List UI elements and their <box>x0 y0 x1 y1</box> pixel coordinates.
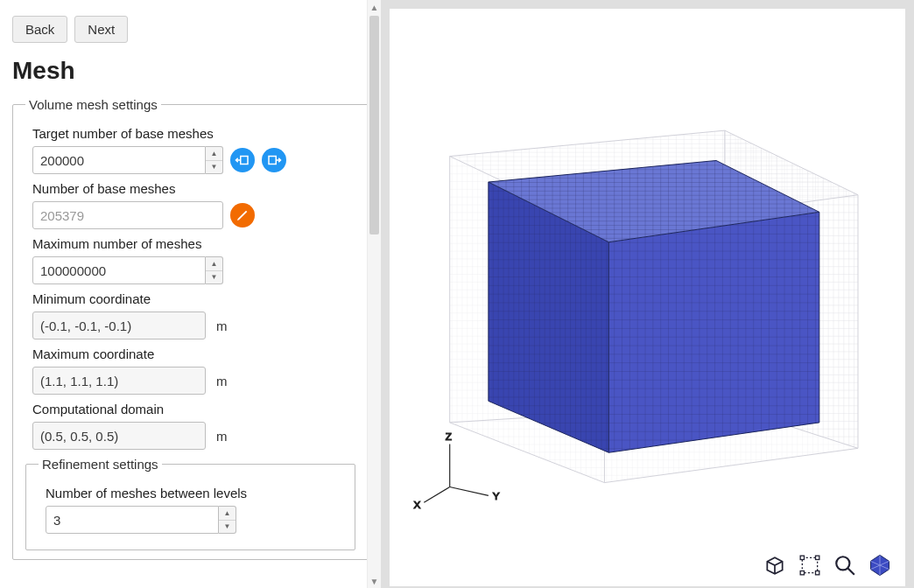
svg-point-21 <box>836 556 849 570</box>
spinner-down-icon[interactable]: ▼ <box>206 161 222 174</box>
axis-z-label: Z <box>446 430 452 442</box>
between-levels-spinner[interactable]: ▲▼ <box>219 506 236 534</box>
nav-row: Back Next <box>12 16 369 43</box>
spinner-down-icon[interactable]: ▼ <box>219 521 236 534</box>
svg-rect-19 <box>800 571 804 575</box>
compute-button[interactable] <box>230 203 255 228</box>
next-button[interactable]: Next <box>74 16 128 43</box>
num-base-input <box>32 201 223 229</box>
svg-rect-20 <box>816 571 819 575</box>
axis-y-label: Y <box>493 490 500 501</box>
volume-mesh-legend: Volume mesh settings <box>25 97 161 112</box>
comp-domain-unit: m <box>216 429 228 444</box>
axis-x-label: X <box>413 499 420 510</box>
zoom-button[interactable] <box>832 552 858 578</box>
refinement-legend: Refinement settings <box>39 457 162 472</box>
settings-panel: Back Next Mesh Volume mesh settings Targ… <box>0 0 381 588</box>
svg-rect-17 <box>800 556 804 559</box>
svg-line-14 <box>450 487 489 496</box>
spinner-up-icon[interactable]: ▲ <box>206 257 222 271</box>
box-arrow-left-icon <box>235 152 250 168</box>
comp-domain-label: Computational domain <box>32 402 355 416</box>
num-base-label: Number of base meshes <box>32 181 355 196</box>
spinner-down-icon[interactable]: ▼ <box>206 271 222 284</box>
scrollbar-up-icon[interactable]: ▲ <box>368 0 381 14</box>
min-coord-label: Minimum coordinate <box>32 291 355 306</box>
max-coord-unit: m <box>216 374 228 388</box>
pencil-icon <box>236 208 250 222</box>
svg-rect-0 <box>241 157 248 164</box>
max-meshes-label: Maximum number of meshes <box>32 236 355 251</box>
box-arrow-right-icon <box>266 152 282 168</box>
show-bounds-button[interactable] <box>797 552 823 578</box>
target-base-input[interactable] <box>32 146 206 174</box>
between-levels-input[interactable] <box>46 506 219 534</box>
viewport-panel: Z Y X <box>381 0 914 588</box>
comp-domain-input[interactable] <box>32 422 206 450</box>
svg-line-15 <box>424 487 449 503</box>
svg-rect-1 <box>269 157 276 164</box>
between-levels-label: Number of meshes between levels <box>46 486 342 500</box>
target-base-label: Target number of base meshes <box>32 126 355 141</box>
min-coord-unit: m <box>216 318 228 333</box>
magnifier-icon <box>833 554 856 577</box>
volume-mesh-settings: Volume mesh settings Target number of ba… <box>12 97 369 560</box>
max-meshes-input[interactable] <box>32 256 206 284</box>
max-coord-label: Maximum coordinate <box>32 346 355 361</box>
back-button[interactable]: Back <box>12 16 67 43</box>
viewport-toolbar <box>390 544 905 586</box>
cube-icon <box>763 554 786 577</box>
spinner-up-icon[interactable]: ▲ <box>206 147 222 161</box>
target-base-spinner[interactable]: ▲▼ <box>206 146 223 174</box>
expand-domain-button[interactable] <box>262 148 286 172</box>
bbox-icon <box>798 554 821 577</box>
polyhedron-icon <box>868 553 892 578</box>
spinner-up-icon[interactable]: ▲ <box>219 507 236 521</box>
page-title: Mesh <box>12 57 369 85</box>
mesh-cube-icon: Z Y X <box>390 9 905 544</box>
svg-marker-10 <box>608 212 819 452</box>
max-meshes-spinner[interactable]: ▲▼ <box>206 256 223 284</box>
svg-line-22 <box>847 568 854 575</box>
svg-rect-18 <box>816 556 819 559</box>
max-coord-input[interactable] <box>32 367 206 395</box>
show-poly-button[interactable] <box>867 552 893 578</box>
refinement-settings: Refinement settings Number of meshes bet… <box>25 457 355 550</box>
scrollbar-thumb[interactable] <box>369 16 379 234</box>
scrollbar[interactable]: ▲ ▼ <box>367 0 381 588</box>
3d-viewport[interactable]: Z Y X <box>390 9 905 544</box>
fit-domain-button[interactable] <box>230 148 255 172</box>
show-solid-button[interactable] <box>762 552 788 578</box>
scrollbar-down-icon[interactable]: ▼ <box>368 574 381 588</box>
min-coord-input[interactable] <box>32 312 206 340</box>
